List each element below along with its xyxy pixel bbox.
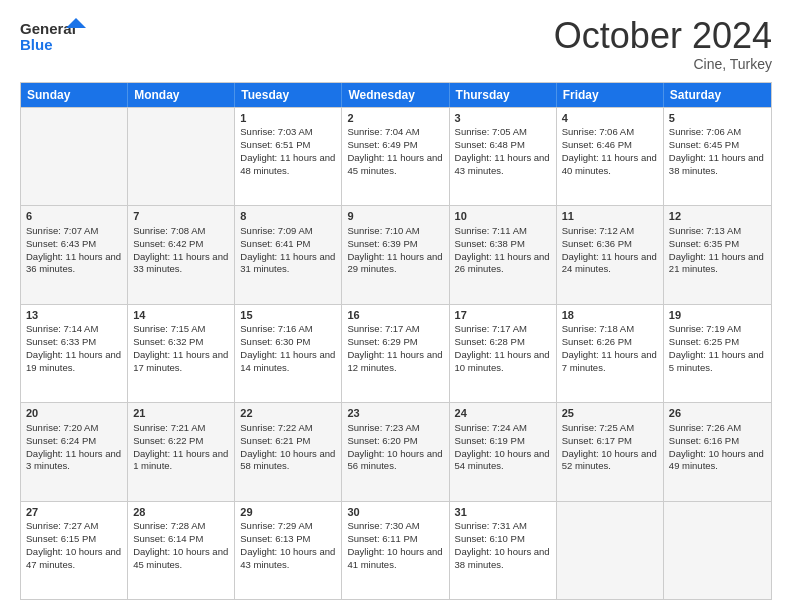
calendar-cell: 20Sunrise: 7:20 AMSunset: 6:24 PMDayligh… xyxy=(21,403,128,500)
sunrise-text: Sunrise: 7:11 AM xyxy=(455,225,527,236)
calendar-cell: 28Sunrise: 7:28 AMSunset: 6:14 PMDayligh… xyxy=(128,502,235,599)
sunset-text: Sunset: 6:24 PM xyxy=(26,435,96,446)
calendar-cell: 14Sunrise: 7:15 AMSunset: 6:32 PMDayligh… xyxy=(128,305,235,402)
header: General Blue October 2024 Cine, Turkey xyxy=(20,16,772,72)
svg-text:Blue: Blue xyxy=(20,36,53,53)
sunrise-text: Sunrise: 7:22 AM xyxy=(240,422,312,433)
sunrise-text: Sunrise: 7:06 AM xyxy=(669,126,741,137)
day-number: 14 xyxy=(133,308,229,323)
calendar-header: SundayMondayTuesdayWednesdayThursdayFrid… xyxy=(21,83,771,107)
day-number: 6 xyxy=(26,209,122,224)
sunset-text: Sunset: 6:49 PM xyxy=(347,139,417,150)
day-number: 18 xyxy=(562,308,658,323)
calendar-cell xyxy=(21,108,128,205)
day-number: 12 xyxy=(669,209,766,224)
daylight-text: Daylight: 11 hours and 21 minutes. xyxy=(669,251,764,275)
sunrise-text: Sunrise: 7:16 AM xyxy=(240,323,312,334)
day-number: 1 xyxy=(240,111,336,126)
daylight-text: Daylight: 10 hours and 56 minutes. xyxy=(347,448,442,472)
header-day-monday: Monday xyxy=(128,83,235,107)
sunset-text: Sunset: 6:19 PM xyxy=(455,435,525,446)
day-number: 27 xyxy=(26,505,122,520)
calendar-cell: 2Sunrise: 7:04 AMSunset: 6:49 PMDaylight… xyxy=(342,108,449,205)
daylight-text: Daylight: 11 hours and 12 minutes. xyxy=(347,349,442,373)
day-number: 8 xyxy=(240,209,336,224)
daylight-text: Daylight: 11 hours and 36 minutes. xyxy=(26,251,121,275)
day-number: 3 xyxy=(455,111,551,126)
sunset-text: Sunset: 6:35 PM xyxy=(669,238,739,249)
sunrise-text: Sunrise: 7:20 AM xyxy=(26,422,98,433)
calendar-week-4: 27Sunrise: 7:27 AMSunset: 6:15 PMDayligh… xyxy=(21,501,771,599)
sunrise-text: Sunrise: 7:26 AM xyxy=(669,422,741,433)
sunset-text: Sunset: 6:10 PM xyxy=(455,533,525,544)
header-day-friday: Friday xyxy=(557,83,664,107)
sunrise-text: Sunrise: 7:15 AM xyxy=(133,323,205,334)
calendar-cell: 19Sunrise: 7:19 AMSunset: 6:25 PMDayligh… xyxy=(664,305,771,402)
svg-text:General: General xyxy=(20,20,76,37)
calendar-cell: 23Sunrise: 7:23 AMSunset: 6:20 PMDayligh… xyxy=(342,403,449,500)
sunset-text: Sunset: 6:51 PM xyxy=(240,139,310,150)
daylight-text: Daylight: 10 hours and 49 minutes. xyxy=(669,448,764,472)
sunset-text: Sunset: 6:21 PM xyxy=(240,435,310,446)
calendar-cell: 21Sunrise: 7:21 AMSunset: 6:22 PMDayligh… xyxy=(128,403,235,500)
sunrise-text: Sunrise: 7:05 AM xyxy=(455,126,527,137)
sunset-text: Sunset: 6:26 PM xyxy=(562,336,632,347)
sunset-text: Sunset: 6:13 PM xyxy=(240,533,310,544)
sunrise-text: Sunrise: 7:17 AM xyxy=(347,323,419,334)
daylight-text: Daylight: 11 hours and 7 minutes. xyxy=(562,349,657,373)
daylight-text: Daylight: 11 hours and 10 minutes. xyxy=(455,349,550,373)
calendar-cell xyxy=(557,502,664,599)
sunrise-text: Sunrise: 7:04 AM xyxy=(347,126,419,137)
daylight-text: Daylight: 11 hours and 14 minutes. xyxy=(240,349,335,373)
sunrise-text: Sunrise: 7:07 AM xyxy=(26,225,98,236)
day-number: 15 xyxy=(240,308,336,323)
sunrise-text: Sunrise: 7:06 AM xyxy=(562,126,634,137)
calendar-week-2: 13Sunrise: 7:14 AMSunset: 6:33 PMDayligh… xyxy=(21,304,771,402)
day-number: 26 xyxy=(669,406,766,421)
day-number: 30 xyxy=(347,505,443,520)
daylight-text: Daylight: 10 hours and 43 minutes. xyxy=(240,546,335,570)
sunset-text: Sunset: 6:15 PM xyxy=(26,533,96,544)
sunset-text: Sunset: 6:28 PM xyxy=(455,336,525,347)
sunrise-text: Sunrise: 7:10 AM xyxy=(347,225,419,236)
daylight-text: Daylight: 11 hours and 17 minutes. xyxy=(133,349,228,373)
calendar-cell: 16Sunrise: 7:17 AMSunset: 6:29 PMDayligh… xyxy=(342,305,449,402)
day-number: 10 xyxy=(455,209,551,224)
sunrise-text: Sunrise: 7:18 AM xyxy=(562,323,634,334)
sunset-text: Sunset: 6:43 PM xyxy=(26,238,96,249)
calendar-cell: 30Sunrise: 7:30 AMSunset: 6:11 PMDayligh… xyxy=(342,502,449,599)
sunrise-text: Sunrise: 7:30 AM xyxy=(347,520,419,531)
calendar-cell: 5Sunrise: 7:06 AMSunset: 6:45 PMDaylight… xyxy=(664,108,771,205)
daylight-text: Daylight: 11 hours and 40 minutes. xyxy=(562,152,657,176)
sunset-text: Sunset: 6:39 PM xyxy=(347,238,417,249)
calendar-cell: 18Sunrise: 7:18 AMSunset: 6:26 PMDayligh… xyxy=(557,305,664,402)
daylight-text: Daylight: 11 hours and 24 minutes. xyxy=(562,251,657,275)
sunrise-text: Sunrise: 7:08 AM xyxy=(133,225,205,236)
calendar-cell: 3Sunrise: 7:05 AMSunset: 6:48 PMDaylight… xyxy=(450,108,557,205)
logo-svg: General Blue xyxy=(20,16,90,56)
sunset-text: Sunset: 6:41 PM xyxy=(240,238,310,249)
daylight-text: Daylight: 10 hours and 54 minutes. xyxy=(455,448,550,472)
sunset-text: Sunset: 6:32 PM xyxy=(133,336,203,347)
day-number: 7 xyxy=(133,209,229,224)
calendar-cell: 13Sunrise: 7:14 AMSunset: 6:33 PMDayligh… xyxy=(21,305,128,402)
calendar-cell: 9Sunrise: 7:10 AMSunset: 6:39 PMDaylight… xyxy=(342,206,449,303)
day-number: 13 xyxy=(26,308,122,323)
sunset-text: Sunset: 6:25 PM xyxy=(669,336,739,347)
calendar-cell: 11Sunrise: 7:12 AMSunset: 6:36 PMDayligh… xyxy=(557,206,664,303)
sunset-text: Sunset: 6:17 PM xyxy=(562,435,632,446)
calendar-cell: 22Sunrise: 7:22 AMSunset: 6:21 PMDayligh… xyxy=(235,403,342,500)
day-number: 5 xyxy=(669,111,766,126)
daylight-text: Daylight: 11 hours and 45 minutes. xyxy=(347,152,442,176)
daylight-text: Daylight: 11 hours and 1 minute. xyxy=(133,448,228,472)
day-number: 24 xyxy=(455,406,551,421)
sunset-text: Sunset: 6:22 PM xyxy=(133,435,203,446)
sunset-text: Sunset: 6:42 PM xyxy=(133,238,203,249)
calendar-cell: 12Sunrise: 7:13 AMSunset: 6:35 PMDayligh… xyxy=(664,206,771,303)
sunrise-text: Sunrise: 7:25 AM xyxy=(562,422,634,433)
title-block: October 2024 Cine, Turkey xyxy=(554,16,772,72)
sunrise-text: Sunrise: 7:27 AM xyxy=(26,520,98,531)
calendar-week-0: 1Sunrise: 7:03 AMSunset: 6:51 PMDaylight… xyxy=(21,107,771,205)
daylight-text: Daylight: 11 hours and 5 minutes. xyxy=(669,349,764,373)
sunrise-text: Sunrise: 7:19 AM xyxy=(669,323,741,334)
